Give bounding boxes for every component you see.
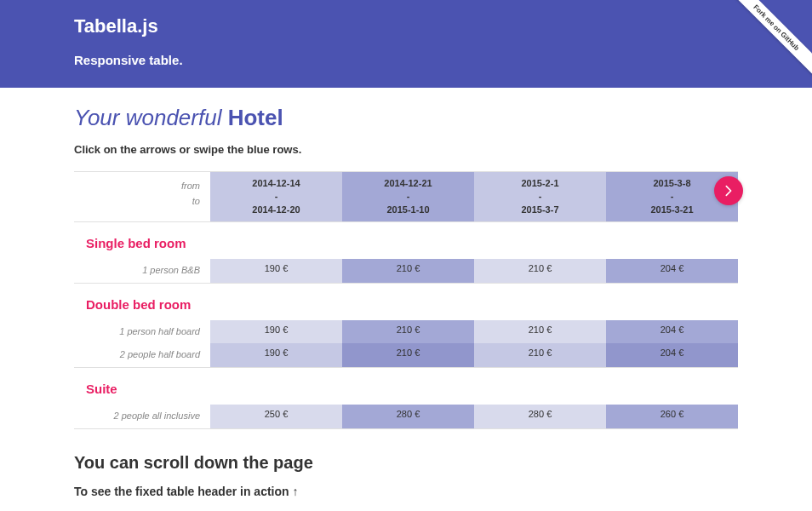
price-cell: 190 € xyxy=(210,320,342,344)
price-cell: 250 € xyxy=(210,405,342,428)
price-cell: 280 € xyxy=(474,405,606,428)
hotel-title-em: Your wonderful xyxy=(74,105,221,130)
date-col-0: 2014-12-14-2014-12-20 xyxy=(210,172,342,221)
section-title: Double bed room xyxy=(74,294,738,320)
github-ribbon[interactable]: Fork me on GitHub xyxy=(718,0,812,94)
section-double-bed: Double bed room 1 person half board 190 … xyxy=(74,284,738,368)
hotel-title: Your wonderful Hotel xyxy=(74,105,738,131)
price-cell: 190 € xyxy=(210,259,342,283)
pricing-table: from to 2014-12-14-2014-12-20 2014-12-21… xyxy=(74,171,738,429)
row-label: 2 people half board xyxy=(74,343,210,367)
github-ribbon-label: Fork me on GitHub xyxy=(723,0,812,81)
hotel-title-strong: Hotel xyxy=(228,105,283,130)
price-cell: 190 € xyxy=(210,343,342,367)
price-row[interactable]: 1 person B&B 190 € 210 € 210 € 204 € xyxy=(74,259,738,283)
section-title: Single bed room xyxy=(74,233,738,259)
price-cell: 204 € xyxy=(606,343,738,367)
date-col-1: 2014-12-21-2015-1-10 xyxy=(342,172,474,221)
price-cell: 260 € xyxy=(606,405,738,428)
row-label: 1 person half board xyxy=(74,320,210,344)
date-header-labels: from to xyxy=(74,172,210,221)
price-cell: 280 € xyxy=(342,405,474,428)
section-title: Suite xyxy=(74,378,738,405)
price-cell: 204 € xyxy=(606,320,738,344)
chevron-right-icon xyxy=(722,184,735,198)
price-cell: 210 € xyxy=(342,320,474,344)
date-header-row[interactable]: from to 2014-12-14-2014-12-20 2014-12-21… xyxy=(74,171,738,222)
date-col-2: 2015-2-1-2015-3-7 xyxy=(474,172,606,221)
price-cell: 210 € xyxy=(342,343,474,367)
price-row[interactable]: 1 person half board 190 € 210 € 210 € 20… xyxy=(74,320,738,344)
price-cell: 204 € xyxy=(606,259,738,283)
price-cell: 210 € xyxy=(474,320,606,344)
price-row[interactable]: 2 people all inclusive 250 € 280 € 280 €… xyxy=(74,405,738,428)
sub-heading: To see the fixed table header in action … xyxy=(74,485,738,498)
to-label: to xyxy=(84,194,200,210)
price-cell: 210 € xyxy=(342,259,474,283)
price-row[interactable]: 2 people half board 190 € 210 € 210 € 20… xyxy=(74,343,738,367)
price-cell: 210 € xyxy=(474,343,606,367)
instruction-text: Click on the arrows or swipe the blue ro… xyxy=(74,143,738,156)
page-subtitle: Responsive table. xyxy=(74,53,738,67)
section-suite: Suite 2 people all inclusive 250 € 280 €… xyxy=(74,368,738,429)
next-arrow-button[interactable] xyxy=(714,176,743,205)
row-label: 1 person B&B xyxy=(74,259,210,283)
section-single-bed: Single bed room 1 person B&B 190 € 210 €… xyxy=(74,222,738,284)
row-label: 2 people all inclusive xyxy=(74,405,210,428)
price-cell: 210 € xyxy=(474,259,606,283)
page-title: Tabella.js xyxy=(74,15,738,37)
scroll-heading: You can scroll down the page xyxy=(74,453,738,473)
from-label: from xyxy=(84,179,200,194)
header-banner: Fork me on GitHub Tabella.js Responsive … xyxy=(0,0,812,88)
